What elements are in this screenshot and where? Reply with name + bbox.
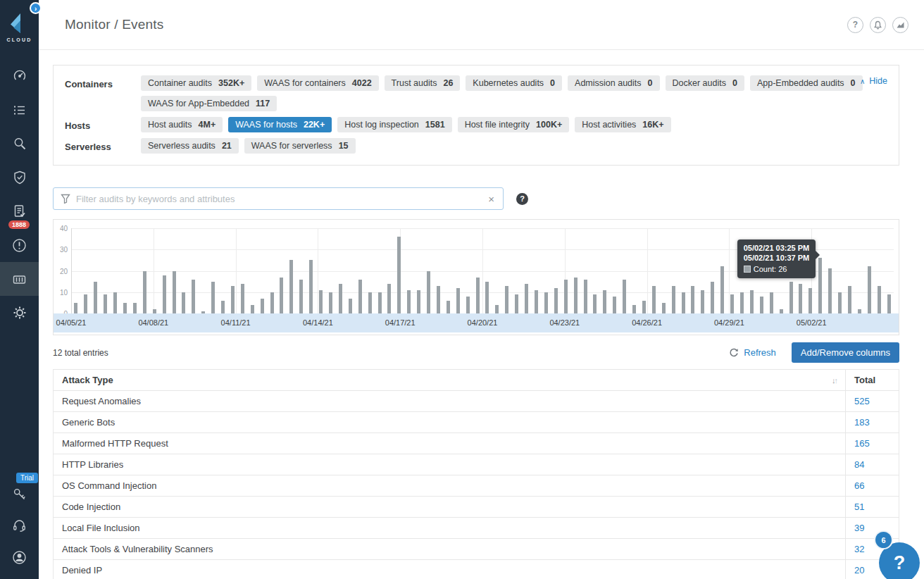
sidebar-item-containers[interactable] [0,262,39,296]
chart-bar[interactable] [701,290,704,313]
sidebar-item-support[interactable] [0,510,39,542]
sidebar-expand-button[interactable]: › [30,2,42,14]
filter-help-icon[interactable]: ? [516,193,528,205]
sidebar-item-license[interactable]: Trial [0,478,39,510]
chart-bar[interactable] [251,305,254,313]
help-icon[interactable]: ? [847,17,863,33]
chart-bar[interactable] [662,303,666,313]
chart-bar[interactable] [720,266,724,313]
chart-bar[interactable] [887,294,891,313]
chart-bar[interactable] [808,288,812,313]
chart-bar[interactable] [113,292,117,313]
chart-bar[interactable] [173,271,176,314]
filter-chip[interactable]: WAAS for serverless15 [244,138,356,154]
chart-bar[interactable] [476,278,480,313]
filter-chip[interactable]: Host audits4M+ [141,117,223,132]
chart-bar[interactable] [123,303,127,313]
chart-bar[interactable] [163,275,166,313]
filter-chip[interactable]: Admission audits0 [568,75,659,91]
chart-bar[interactable] [104,294,107,313]
time-range-brush[interactable]: 04/05/2104/08/2104/11/2104/14/2104/17/21… [54,313,899,332]
help-widget-button[interactable]: ? [879,542,920,579]
chart-bar[interactable] [828,268,832,313]
filter-chip[interactable]: WAAS for App-Embedded117 [141,96,277,111]
chart-bar[interactable] [289,260,293,313]
total-link[interactable]: 525 [854,396,870,406]
chart-bar[interactable] [535,290,538,313]
total-link[interactable]: 165 [854,438,870,449]
chart-bar[interactable] [672,286,675,313]
filter-chip[interactable]: Host file integrity100K+ [458,117,570,132]
chart-bar[interactable] [358,280,362,313]
chart-bar[interactable] [241,284,244,313]
chart-bar[interactable] [192,280,195,313]
chart-bar[interactable] [770,292,773,313]
usage-trend-icon[interactable] [892,17,909,33]
filter-chip[interactable]: Kubernetes audits0 [466,75,562,91]
chart-bar[interactable] [789,282,793,313]
chart-bar[interactable] [319,290,323,313]
filter-chip[interactable]: Container audits352K+ [141,75,251,91]
chart-bar[interactable] [261,299,264,313]
total-link[interactable]: 20 [854,565,864,575]
chart-bar[interactable] [632,305,636,313]
chart-bar[interactable] [505,286,508,313]
total-link[interactable]: 32 [854,544,864,554]
chart-bar[interactable] [564,280,568,313]
sidebar-item-dashboard[interactable] [0,59,39,93]
sidebar-item-alerts[interactable]: 1888 [0,228,39,262]
chart-bar[interactable] [760,297,763,313]
total-link[interactable]: 39 [854,523,864,533]
chart-bar[interactable] [270,292,274,313]
filter-chip[interactable]: Serverless audits21 [141,138,239,154]
chart-bar[interactable] [868,266,871,313]
chart-bar[interactable] [652,286,656,313]
chart-bar[interactable] [750,290,754,313]
sidebar-item-settings[interactable] [0,296,39,330]
total-link[interactable]: 51 [854,502,864,512]
sidebar-item-compliance[interactable] [0,161,39,194]
chart-bar[interactable] [593,294,597,313]
total-link[interactable]: 66 [854,480,864,491]
sidebar-item-policies[interactable] [0,93,39,127]
chart-bar[interactable] [838,292,842,313]
filter-chip[interactable]: Trust audits26 [385,75,461,91]
chart-bar[interactable] [309,260,313,313]
chart-bar[interactable] [711,282,714,313]
filter-chip[interactable]: Host log inspection1581 [337,117,451,132]
chart-bar[interactable] [495,305,499,313]
chart-bar[interactable] [427,271,430,314]
chart-bar[interactable] [848,286,851,313]
chart-bar[interactable] [623,280,626,313]
filter-chip[interactable]: Docker audits0 [666,75,744,91]
filter-chip[interactable]: WAAS for containers4022 [257,75,378,91]
chart-bar[interactable] [613,297,616,313]
chart-bar[interactable] [525,284,528,313]
sidebar-item-search[interactable] [0,127,39,161]
chart-bar[interactable] [211,282,215,313]
chart-bar[interactable] [574,278,578,313]
chart-bar[interactable] [740,292,744,313]
sidebar-item-profile[interactable] [0,542,39,573]
chart-bar[interactable] [133,303,137,313]
chart-bar[interactable] [642,301,646,313]
chart-bar[interactable] [417,290,420,313]
chart-bar[interactable] [378,292,382,313]
chart-bar[interactable] [485,282,489,313]
filter-chip[interactable]: Host activities16K+ [575,117,670,132]
chart-bar[interactable] [515,294,518,313]
chart-bar[interactable] [280,278,283,313]
chart-bar[interactable] [94,282,97,313]
clear-input-icon[interactable]: × [487,193,496,205]
chart-bar[interactable] [387,284,391,313]
chart-bar[interactable] [231,286,235,313]
notifications-bell-icon[interactable] [870,17,886,33]
chart-bar[interactable] [368,292,372,313]
refresh-button[interactable]: Refresh [729,347,776,358]
chart-bar[interactable] [84,294,87,313]
total-link[interactable]: 84 [854,459,864,470]
hide-filters-link[interactable]: ∧ Hide [860,76,887,86]
filter-chip[interactable]: App-Embedded audits0 [750,75,863,91]
chart-bar[interactable] [397,237,401,313]
chart-bar[interactable] [456,288,460,313]
